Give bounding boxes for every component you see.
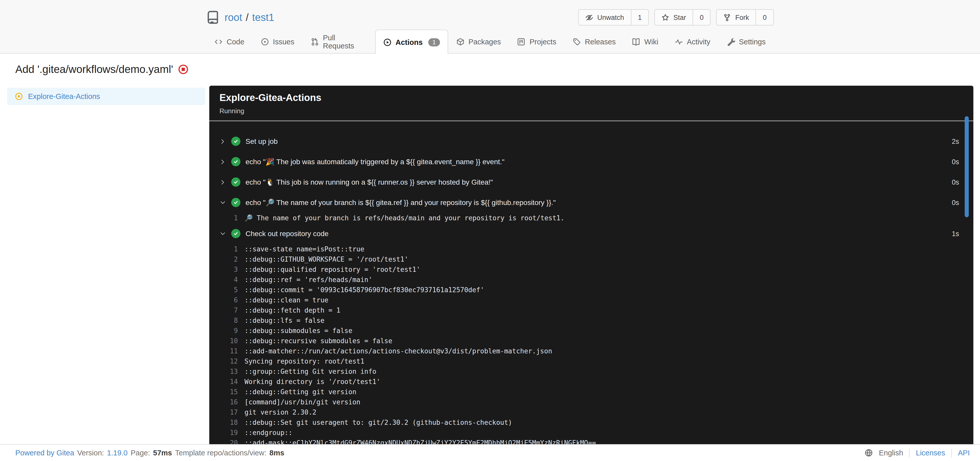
tab-wiki[interactable]: Wiki	[624, 30, 667, 54]
log-line-number: 20	[209, 438, 238, 444]
step-name: echo "🔎 The name of your branch is ${{ g…	[245, 198, 556, 206]
globe-icon	[865, 449, 873, 457]
log-line-text: ::debug::fetch depth = 1	[245, 306, 340, 316]
repo-header: root / test1 Unwatch1Star0Fork0 CodeIssu…	[0, 0, 980, 54]
licenses-link[interactable]: Licenses	[916, 449, 945, 457]
log-line: 4::debug::ref = 'refs/heads/main'	[209, 275, 974, 285]
running-status-icon	[15, 92, 23, 100]
step-row[interactable]: echo "🎉 The job was automatically trigge…	[209, 152, 974, 172]
tab-label: Packages	[469, 38, 501, 46]
tab-code[interactable]: Code	[206, 30, 252, 54]
step-row[interactable]: echo "🐧 This job is now running on a ${{…	[209, 172, 974, 192]
site-footer: Powered by Gitea Version: 1.19.0 Page: 5…	[0, 444, 980, 461]
tools-icon	[727, 38, 735, 46]
tab-packages[interactable]: Packages	[448, 30, 509, 54]
log-line-text: ::add-matcher::/run/act/actions/actions-…	[245, 346, 552, 356]
repo-action-buttons: Unwatch1Star0Fork0	[578, 9, 774, 25]
tab-pull-requests[interactable]: Pull Requests	[302, 30, 375, 54]
log-line-number: 11	[209, 346, 238, 356]
tab-count-badge: 1	[428, 38, 440, 46]
step-row[interactable]: Set up job2s	[209, 131, 974, 152]
step-success-icon	[231, 177, 240, 187]
step-logs: 1🔎 The name of your branch is refs/heads…	[209, 213, 974, 223]
log-line-number: 3	[209, 265, 238, 275]
log-line-text: ::debug::Set git useragent to: git/2.30.…	[245, 418, 512, 428]
fork-icon	[724, 14, 731, 21]
powered-by-gitea-link[interactable]: Powered by Gitea	[15, 449, 74, 457]
step-duration: 0s	[942, 178, 959, 186]
package-icon	[456, 38, 465, 46]
api-link[interactable]: API	[958, 449, 970, 457]
log-line: 3::debug::qualified repository = 'root/t…	[209, 265, 974, 275]
log-line-text: Working directory is '/root/test1'	[245, 377, 380, 387]
tag-icon	[573, 38, 581, 46]
log-line: 18::debug::Set git useragent to: git/2.3…	[209, 418, 974, 428]
tab-actions[interactable]: Actions1	[375, 30, 448, 54]
log-line: 19::endgroup::	[209, 428, 974, 438]
tab-releases[interactable]: Releases	[565, 30, 624, 54]
cancel-run-button[interactable]	[178, 64, 188, 74]
step-success-icon	[231, 137, 240, 146]
code-icon	[215, 38, 223, 46]
repo-owner-link[interactable]: root	[224, 11, 242, 23]
footer-divider	[909, 448, 910, 457]
tab-activity[interactable]: Activity	[667, 30, 718, 54]
console-header: Explore-Gitea-Actions Running	[209, 86, 974, 121]
fork-button[interactable]: Fork	[717, 10, 756, 25]
template-time-value: 8ms	[269, 449, 284, 457]
unwatch-button[interactable]: Unwatch	[579, 10, 631, 25]
log-line-text: ::debug::submodules = false	[245, 326, 352, 336]
repo-icon	[206, 11, 220, 24]
log-line-text: ::debug::ref = 'refs/heads/main'	[245, 275, 372, 285]
log-line-text: ::debug::commit = '0993c16458796907bcf83…	[245, 285, 484, 295]
version-link[interactable]: 1.19.0	[107, 449, 127, 457]
log-line-number: 1	[209, 213, 238, 223]
step-name: echo "🐧 This job is now running on a ${{…	[245, 178, 493, 186]
log-line-text: ::debug::recursive submodules = false	[245, 336, 392, 346]
page-time-label: Page:	[130, 449, 150, 457]
step-duration: 0s	[942, 158, 959, 165]
log-line-number: 2	[209, 255, 238, 265]
log-line: 17git version 2.30.2	[209, 407, 974, 418]
footer-divider	[951, 448, 952, 457]
gitea-actions-page: root / test1 Unwatch1Star0Fork0 CodeIssu…	[0, 0, 980, 461]
step-row[interactable]: Check out repository code1s	[209, 223, 974, 244]
tab-label: Settings	[739, 38, 765, 46]
log-line: 1::save-state name=isPost::true	[209, 244, 974, 255]
step-duration: 1s	[942, 230, 959, 238]
log-line: 16[command]/usr/bin/git version	[209, 397, 974, 407]
log-line-number: 7	[209, 306, 238, 316]
log-line-number: 16	[209, 397, 238, 407]
job-list-item[interactable]: Explore-Gitea-Actions	[7, 88, 205, 105]
language-selector[interactable]: English	[879, 449, 903, 457]
star-button[interactable]: Star	[655, 10, 693, 25]
tab-issues[interactable]: Issues	[252, 30, 302, 54]
console-scrollbar-thumb[interactable]	[965, 116, 969, 217]
unwatch-button-label: Unwatch	[597, 14, 624, 21]
fork-button-group: Fork0	[716, 9, 774, 25]
step-row[interactable]: echo "🔎 The name of your branch is ${{ g…	[209, 192, 974, 213]
log-line-number: 18	[209, 418, 238, 428]
unwatch-count[interactable]: 1	[631, 10, 648, 25]
log-line-text: git version 2.30.2	[245, 407, 317, 418]
tab-projects[interactable]: Projects	[509, 30, 565, 54]
tab-settings[interactable]: Settings	[718, 30, 774, 54]
template-time-label: Template repo/actions/view:	[175, 449, 266, 457]
log-line: 15::debug::Getting git version	[209, 387, 974, 397]
log-line-text: ::debug::Getting git version	[245, 387, 356, 397]
star-count[interactable]: 0	[693, 10, 710, 25]
step-name: echo "🎉 The job was automatically trigge…	[245, 158, 504, 166]
log-line: 7::debug::fetch depth = 1	[209, 306, 974, 316]
repo-name-link[interactable]: test1	[252, 11, 274, 23]
version-label: Version:	[77, 449, 104, 457]
log-line-number: 13	[209, 367, 238, 377]
fork-count[interactable]: 0	[756, 10, 773, 25]
log-line-text: ::save-state name=isPost::true	[245, 244, 364, 255]
unwatch-button-group: Unwatch1	[578, 9, 649, 25]
star-icon	[662, 14, 669, 21]
page-time-value: 57ms	[153, 449, 172, 457]
log-line-text: 🔎 The name of your branch is refs/heads/…	[245, 213, 564, 223]
log-line: 11::add-matcher::/run/act/actions/action…	[209, 346, 974, 356]
star-button-label: Star	[673, 14, 686, 21]
log-line-number: 9	[209, 326, 238, 336]
